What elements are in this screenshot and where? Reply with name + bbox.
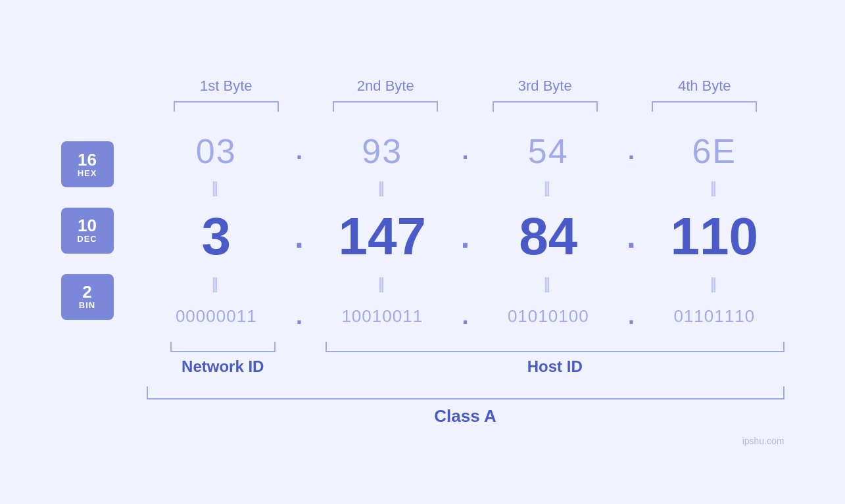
- bin-b1-cell: 00000011: [147, 306, 287, 327]
- hex-b3: 54: [528, 132, 569, 170]
- spacer-2: [299, 357, 326, 376]
- equals-row-2: ‖ ‖ ‖ ‖: [147, 273, 785, 296]
- hex-badge: 16 HEX: [61, 141, 114, 187]
- top-brackets: [147, 101, 785, 112]
- hex-dot-1: .: [286, 137, 312, 165]
- bin-b1: 00000011: [176, 306, 257, 326]
- hex-row: 03 . 93 . 54 . 6E: [147, 125, 785, 177]
- host-label-wrap: Host ID: [326, 357, 785, 376]
- hex-name: HEX: [78, 168, 97, 178]
- hex-dot-3: .: [618, 137, 644, 165]
- dec-row: 3 . 147 . 84 . 110: [147, 200, 785, 273]
- eq1-b1: ‖: [147, 180, 287, 197]
- hex-b2: 93: [362, 132, 402, 170]
- hex-b3-cell: 54: [479, 131, 619, 171]
- bracket-top-3: [493, 101, 598, 112]
- bracket-cell-3: [466, 101, 625, 112]
- dec-dot-2: .: [452, 219, 479, 255]
- host-bracket-wrap: [326, 342, 785, 352]
- byte3-header: 3rd Byte: [466, 78, 625, 95]
- dec-b3-cell: 84: [479, 206, 619, 267]
- bin-number: 2: [82, 283, 91, 300]
- host-bracket-bottom: [326, 342, 785, 352]
- bin-b3: 01010100: [508, 306, 589, 326]
- eq2-b3: ‖: [479, 276, 619, 293]
- network-bracket-wrap: [147, 342, 300, 352]
- bin-row: 00000011 . 10010011 . 01010100 . 0110111…: [147, 296, 785, 336]
- bracket-cell-4: [625, 101, 785, 112]
- eq2-b2: ‖: [312, 276, 452, 293]
- eq1-b2: ‖: [312, 180, 452, 197]
- bin-badge: 2 BIN: [61, 274, 114, 320]
- byte2-header: 2nd Byte: [306, 78, 466, 95]
- dec-dot-1: .: [286, 219, 312, 255]
- watermark: ipshu.com: [742, 436, 785, 446]
- bin-b2: 10010011: [341, 306, 423, 326]
- values-area: 03 . 93 . 54 . 6E ‖ ‖: [147, 125, 785, 336]
- dec-b2-cell: 147: [312, 206, 452, 267]
- hex-b1: 03: [196, 132, 237, 170]
- bottom-labels: Network ID Host ID: [147, 357, 785, 376]
- dec-b2: 147: [339, 207, 426, 265]
- bin-b3-cell: 01010100: [479, 306, 619, 327]
- dec-b1: 3: [202, 207, 231, 265]
- bracket-cell-2: [306, 101, 466, 112]
- eq1-b3: ‖: [479, 180, 619, 197]
- network-bracket-bottom: [170, 342, 276, 352]
- eq2-b4: ‖: [644, 276, 785, 293]
- network-label-wrap: Network ID: [147, 357, 300, 376]
- dec-badge: 10 DEC: [61, 208, 114, 254]
- hex-b1-cell: 03: [147, 131, 287, 171]
- hex-b2-cell: 93: [312, 131, 452, 171]
- bracket-top-4: [652, 101, 757, 112]
- eq2-b1: ‖: [147, 276, 287, 293]
- bracket-top-2: [333, 101, 438, 112]
- bottom-section: Network ID Host ID: [147, 342, 785, 376]
- bottom-brackets: [147, 342, 785, 352]
- bin-dot-1: .: [286, 302, 312, 330]
- bin-b4: 01101110: [673, 306, 755, 326]
- main-container: 1st Byte 2nd Byte 3rd Byte 4th Byte 16 H…: [61, 78, 785, 426]
- hex-b4-cell: 6E: [644, 131, 785, 171]
- bin-name: BIN: [79, 300, 95, 310]
- bracket-top-1: [174, 101, 279, 112]
- class-label-row: Class A: [147, 400, 785, 426]
- byte1-header: 1st Byte: [147, 78, 306, 95]
- byte-headers: 1st Byte 2nd Byte 3rd Byte 4th Byte: [147, 78, 785, 95]
- main-grid: 16 HEX 10 DEC 2 BIN 03 . 93: [61, 125, 785, 336]
- dec-name: DEC: [77, 234, 97, 244]
- dec-b3: 84: [519, 207, 577, 265]
- dec-b1-cell: 3: [147, 206, 287, 267]
- dec-number: 10: [78, 217, 97, 234]
- eq1-b4: ‖: [644, 180, 785, 197]
- network-id-label: Network ID: [181, 357, 264, 375]
- base-labels: 16 HEX 10 DEC 2 BIN: [61, 125, 147, 336]
- class-bar: [147, 386, 785, 400]
- host-id-label: Host ID: [527, 357, 583, 375]
- class-section: Class A: [147, 386, 785, 426]
- bin-b4-cell: 01101110: [644, 306, 785, 327]
- bin-b2-cell: 10010011: [312, 306, 452, 327]
- hex-number: 16: [78, 151, 97, 168]
- dec-dot-3: .: [618, 219, 644, 255]
- byte4-header: 4th Byte: [625, 78, 785, 95]
- class-a-label: Class A: [434, 406, 496, 426]
- bracket-cell-1: [147, 101, 306, 112]
- hex-dot-2: .: [452, 137, 479, 165]
- bin-dot-3: .: [618, 302, 644, 330]
- dec-b4: 110: [671, 207, 758, 265]
- spacer-1: [299, 342, 326, 352]
- hex-b4: 6E: [692, 132, 736, 170]
- dec-b4-cell: 110: [644, 206, 785, 267]
- equals-row-1: ‖ ‖ ‖ ‖: [147, 177, 785, 200]
- bin-dot-2: .: [452, 302, 479, 330]
